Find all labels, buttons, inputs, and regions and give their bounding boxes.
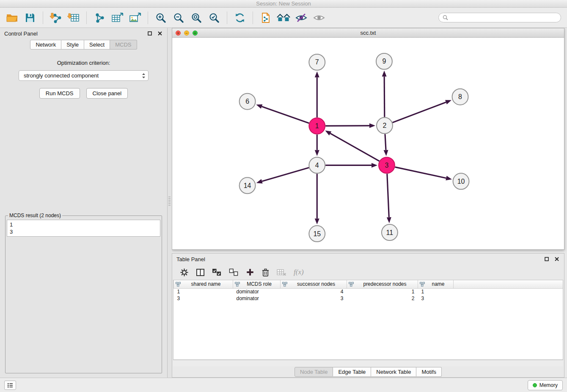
network-graph[interactable]: 7968124314101511	[172, 38, 564, 249]
tab-style[interactable]: Style	[61, 40, 84, 50]
zoom-fit-button[interactable]	[188, 10, 204, 26]
gear-icon	[180, 268, 189, 277]
mcds-result-list[interactable]: 13	[7, 220, 160, 237]
graph-node-6[interactable]: 6	[239, 94, 256, 110]
table-cell[interactable]: 1	[347, 288, 418, 295]
open-session-button[interactable]	[4, 10, 20, 26]
float-table-panel-icon[interactable]	[544, 256, 550, 262]
network-window-header[interactable]: scc.txt × − +	[172, 28, 564, 38]
column-header-shared-name[interactable]: shared name	[174, 280, 233, 288]
graph-node-8[interactable]: 8	[452, 89, 468, 105]
save-session-button[interactable]	[22, 10, 38, 26]
edge-3-1[interactable]	[330, 133, 380, 161]
trash-icon	[261, 268, 270, 277]
tab-select[interactable]: Select	[84, 40, 110, 50]
run-mcds-button[interactable]: Run MCDS	[39, 88, 80, 99]
add-row-button[interactable]	[246, 268, 254, 276]
graph-node-15[interactable]: 15	[309, 226, 325, 242]
edge-4-14[interactable]	[262, 168, 309, 181]
edge-3-10[interactable]	[395, 167, 446, 178]
tab-network-table[interactable]: Network Table	[371, 367, 416, 377]
table-cell[interactable]: 1	[418, 288, 454, 295]
edge-2-3[interactable]	[385, 134, 386, 150]
arrowhead-2-3	[384, 150, 388, 156]
export-table-button[interactable]	[109, 10, 125, 26]
table-cell[interactable]: 3	[418, 295, 454, 302]
show-columns-button[interactable]	[196, 268, 205, 276]
table-row[interactable]: 3dominator323	[174, 295, 563, 302]
graph-node-11[interactable]: 11	[382, 224, 398, 240]
function-builder-button[interactable]: f(x)	[294, 268, 304, 276]
show-graphics-button[interactable]	[311, 10, 327, 26]
column-header-MCDS-role[interactable]: MCDS role	[233, 280, 281, 288]
node-label: 11	[386, 229, 394, 236]
vertical-splitter[interactable]	[168, 28, 172, 378]
optimization-label: Optimization criterion:	[5, 60, 162, 66]
toolbar-separator	[227, 11, 227, 24]
table-cell[interactable]: 3	[174, 295, 233, 302]
delete-row-button[interactable]	[261, 268, 270, 277]
tab-motifs[interactable]: Motifs	[416, 367, 442, 377]
close-panel-icon[interactable]	[157, 30, 163, 36]
edge-2-9[interactable]	[384, 77, 385, 117]
import-table-button[interactable]	[66, 10, 82, 26]
network-canvas[interactable]: 7968124314101511	[172, 38, 564, 249]
edge-1-2[interactable]	[325, 126, 369, 126]
close-panel-button[interactable]: Close panel	[86, 88, 128, 99]
import-network-button[interactable]	[48, 10, 64, 26]
graph-node-14[interactable]: 14	[239, 177, 256, 193]
edge-1-6[interactable]	[262, 107, 309, 123]
graph-node-10[interactable]: 10	[453, 173, 469, 189]
select-all-button[interactable]	[212, 268, 222, 276]
panel-selector-button[interactable]	[4, 381, 16, 390]
table-cell[interactable]: 2	[347, 295, 418, 302]
close-window-icon[interactable]: ×	[176, 30, 181, 36]
search-input[interactable]	[450, 15, 557, 21]
tab-node-table[interactable]: Node Table	[295, 367, 333, 377]
clear-selection-button[interactable]	[229, 268, 239, 276]
float-panel-icon[interactable]	[147, 30, 153, 36]
new-network-button[interactable]	[91, 10, 107, 26]
eye-icon	[313, 12, 325, 23]
apply-layout-button[interactable]	[232, 10, 248, 26]
graph-node-4[interactable]: 4	[309, 157, 325, 173]
tab-network[interactable]: Network	[30, 40, 61, 50]
show-all-button[interactable]	[275, 10, 292, 26]
node-table: shared nameMCDS rolesuccessor nodesprede…	[173, 280, 563, 302]
minimize-window-icon[interactable]: −	[184, 30, 189, 36]
table-cell[interactable]: dominator	[233, 288, 281, 295]
table-cell[interactable]: 4	[281, 288, 347, 295]
table-cell[interactable]: 3	[281, 295, 347, 302]
create-network-view-button[interactable]	[258, 10, 274, 26]
delete-columns-button[interactable]	[277, 268, 286, 276]
graph-node-1[interactable]: 1	[309, 118, 325, 134]
table-row[interactable]: 1dominator411	[174, 288, 563, 295]
close-table-panel-icon[interactable]	[554, 256, 560, 262]
column-header-predecessor-nodes[interactable]: predecessor nodes	[347, 280, 418, 288]
graph-node-9[interactable]: 9	[376, 53, 392, 69]
tab-edge-table[interactable]: Edge Table	[333, 367, 371, 377]
edge-2-8[interactable]	[393, 102, 446, 122]
zoom-window-icon[interactable]: +	[193, 30, 198, 36]
graph-node-7[interactable]: 7	[309, 54, 325, 70]
table-cell[interactable]: 1	[174, 288, 233, 295]
edge-3-11[interactable]	[387, 174, 389, 217]
zoom-out-button[interactable]	[171, 10, 187, 26]
graph-node-2[interactable]: 2	[377, 118, 393, 134]
column-header-successor-nodes[interactable]: successor nodes	[281, 280, 347, 288]
zoom-selected-button[interactable]	[206, 10, 222, 26]
table-horizontal-scrollbar[interactable]	[173, 360, 563, 366]
mcds-tab-content: Optimization criterion: strongly connect…	[0, 50, 167, 378]
optimization-select[interactable]: strongly connected component	[19, 70, 149, 81]
zoom-in-button[interactable]	[153, 10, 169, 26]
column-settings-button[interactable]	[180, 268, 189, 277]
search-box[interactable]	[438, 13, 561, 22]
table-cell[interactable]: dominator	[233, 295, 281, 302]
hide-selected-button[interactable]	[293, 10, 309, 26]
tab-mcds[interactable]: MCDS	[110, 40, 137, 50]
horizontal-splitter[interactable]	[172, 250, 564, 253]
export-image-button[interactable]	[127, 10, 143, 26]
graph-node-3[interactable]: 3	[379, 157, 395, 173]
memory-button[interactable]: Memory	[528, 380, 563, 390]
column-header-name[interactable]: name	[418, 280, 454, 288]
